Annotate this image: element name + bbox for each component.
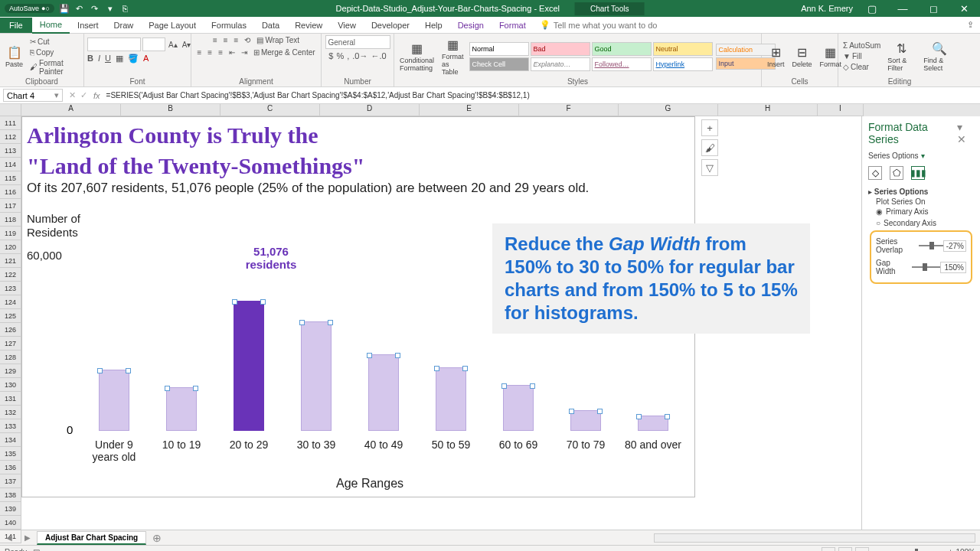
secondary-axis-radio[interactable]: ○ Secondary Axis	[868, 217, 974, 229]
row-header-134[interactable]: 134	[0, 433, 21, 447]
align-top-icon[interactable]: ≡	[211, 35, 219, 45]
indent-inc-icon[interactable]: ⇥	[240, 47, 249, 57]
increase-font-icon[interactable]: A▴	[167, 37, 179, 51]
row-header-115[interactable]: 115	[0, 171, 21, 185]
primary-axis-radio[interactable]: ◉ Primary Axis	[868, 206, 974, 217]
row-header-114[interactable]: 114	[0, 158, 21, 171]
format-as-table-button[interactable]: ▦Format as Table	[439, 37, 466, 77]
row-header-116[interactable]: 116	[0, 185, 21, 199]
col-header-D[interactable]: D	[320, 104, 420, 116]
pane-close-icon[interactable]: ▾ ✕	[957, 121, 974, 145]
sheet-nav-next[interactable]: ▶	[18, 533, 37, 542]
row-header-118[interactable]: 118	[0, 213, 21, 227]
tell-me-search[interactable]: 💡	[540, 20, 691, 30]
row-header-111[interactable]: 111	[0, 116, 21, 130]
page-break-view-icon[interactable]	[855, 547, 869, 552]
col-header-B[interactable]: B	[121, 104, 220, 116]
row-header-138[interactable]: 138	[0, 488, 21, 502]
tab-insert[interactable]: Insert	[70, 18, 106, 33]
maximize-icon[interactable]: ◻	[922, 3, 945, 15]
font-color-button[interactable]: A	[143, 54, 149, 64]
bar-3[interactable]	[301, 321, 332, 431]
row-header-127[interactable]: 127	[0, 337, 21, 350]
pane-subtitle[interactable]: Series Options ▾	[862, 150, 980, 161]
row-header-137[interactable]: 137	[0, 474, 21, 488]
bar-6[interactable]	[503, 385, 534, 431]
minimize-icon[interactable]: —	[891, 3, 914, 15]
bar-4[interactable]	[368, 354, 399, 431]
row-header-112[interactable]: 112	[0, 130, 21, 144]
style-neutral[interactable]: Neutral	[653, 42, 713, 56]
enter-formula-icon[interactable]: ✓	[80, 90, 87, 100]
style-normal[interactable]: Normal	[469, 42, 529, 56]
style-explanatory[interactable]: Explanato…	[531, 57, 590, 71]
section-series-options[interactable]: Series Options	[874, 187, 929, 196]
save-icon[interactable]: 💾	[59, 3, 70, 14]
border-button[interactable]: ▦	[116, 54, 123, 64]
merge-center-button[interactable]: ⊞ Merge & Center	[252, 47, 317, 57]
underline-button[interactable]: U	[105, 54, 111, 64]
align-right-icon[interactable]: ≡	[217, 47, 224, 57]
align-mid-icon[interactable]: ≡	[222, 35, 230, 45]
dec-decimal-icon[interactable]: ←.0	[371, 51, 386, 60]
series-options-icon[interactable]: ▮▮▮	[911, 166, 925, 180]
select-all-corner[interactable]	[0, 104, 21, 116]
col-header-E[interactable]: E	[420, 104, 519, 116]
bar-1[interactable]	[166, 387, 197, 431]
row-header-122[interactable]: 122	[0, 268, 21, 282]
tab-view[interactable]: View	[330, 18, 364, 33]
style-followed-link[interactable]: Followed…	[592, 57, 652, 71]
tab-formulas[interactable]: Formulas	[204, 18, 254, 33]
cancel-formula-icon[interactable]: ✕	[69, 90, 76, 100]
autosave-toggle[interactable]: AutoSave ●○	[5, 4, 54, 13]
paste-button[interactable]: 📋Paste	[3, 44, 25, 69]
autosum-button[interactable]: Σ AutoSum	[841, 41, 882, 51]
undo-icon[interactable]: ↶	[74, 3, 85, 14]
row-header-126[interactable]: 126	[0, 323, 21, 337]
comma-icon[interactable]: ,	[347, 51, 349, 60]
inc-decimal-icon[interactable]: .0→	[352, 51, 368, 60]
row-header-132[interactable]: 132	[0, 406, 21, 419]
worksheet-area[interactable]: Arlington County is Truly the "Land of t…	[21, 116, 861, 530]
cell-styles-gallery[interactable]: Normal Bad Good Neutral Check Cell Expla…	[469, 42, 713, 71]
sheet-nav-prev[interactable]: ◀	[0, 533, 18, 542]
horizontal-scrollbar[interactable]	[654, 533, 975, 543]
macro-record-icon[interactable]: ▣	[33, 548, 40, 551]
row-header-113[interactable]: 113	[0, 144, 21, 158]
row-header-117[interactable]: 117	[0, 199, 21, 213]
series-overlap-value[interactable]: -27%	[943, 240, 966, 252]
style-hyperlink[interactable]: Hyperlink	[653, 57, 713, 71]
chart-filters-button[interactable]: ▽	[701, 159, 718, 176]
normal-view-icon[interactable]	[822, 547, 835, 552]
close-icon[interactable]: ✕	[952, 3, 975, 15]
tab-help[interactable]: Help	[417, 18, 450, 33]
row-header-135[interactable]: 135	[0, 447, 21, 461]
sort-filter-button[interactable]: ⇅Sort & Filter	[885, 41, 918, 73]
fill-color-button[interactable]: 🪣	[128, 54, 139, 64]
format-painter-button[interactable]: 🖌 Format Painter	[28, 58, 80, 77]
row-header-120[interactable]: 120	[0, 240, 21, 254]
sheet-tab-active[interactable]: Adjust Bar Chart Spacing	[37, 531, 146, 545]
copy-button[interactable]: ⎘ Copy	[28, 47, 80, 57]
align-center-icon[interactable]: ≡	[206, 47, 214, 57]
user-name[interactable]: Ann K. Emery	[801, 4, 853, 13]
col-header-G[interactable]: G	[619, 104, 718, 116]
row-header-128[interactable]: 128	[0, 350, 21, 364]
style-good[interactable]: Good	[592, 42, 652, 56]
row-header-140[interactable]: 140	[0, 516, 21, 530]
gap-width-slider[interactable]	[912, 266, 941, 268]
insert-cells-button[interactable]: ⊞Insert	[765, 44, 787, 69]
ribbon-options-icon[interactable]: ▢	[861, 3, 884, 15]
find-select-button[interactable]: 🔍Find & Select	[921, 41, 958, 73]
col-header-F[interactable]: F	[519, 104, 619, 116]
orientation-icon[interactable]: ⟲	[243, 35, 252, 45]
touch-icon[interactable]: ⎘	[120, 3, 131, 14]
row-header-124[interactable]: 124	[0, 295, 21, 309]
row-header-139[interactable]: 139	[0, 502, 21, 516]
tab-file[interactable]: File	[0, 18, 32, 33]
bar-2[interactable]	[234, 301, 264, 431]
col-header-A[interactable]: A	[21, 104, 121, 116]
tab-data[interactable]: Data	[254, 18, 287, 33]
page-layout-view-icon[interactable]	[838, 547, 852, 552]
zoom-in-icon[interactable]: +	[949, 548, 953, 551]
